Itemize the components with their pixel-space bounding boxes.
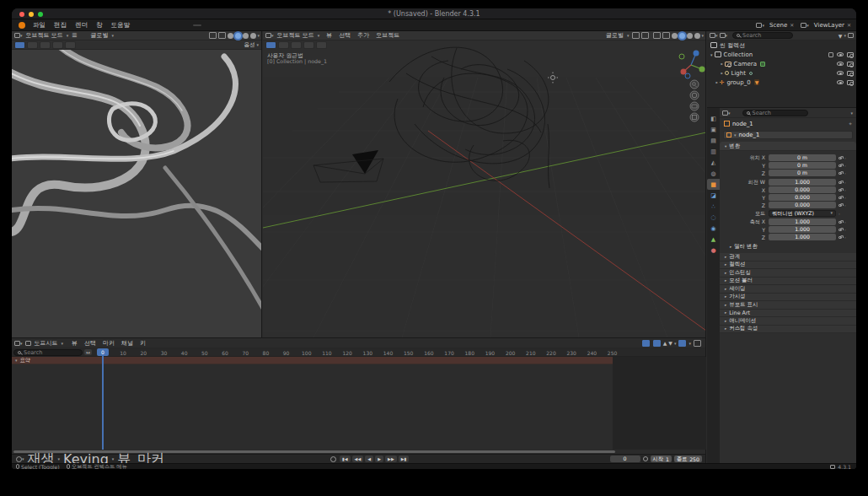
blender-logo-icon[interactable] bbox=[19, 22, 25, 29]
select-circle-tool-button[interactable] bbox=[291, 41, 302, 49]
animate-dot-icon[interactable]: · bbox=[844, 170, 846, 176]
editor-type-icon[interactable] bbox=[710, 33, 715, 38]
close-window-button[interactable] bbox=[19, 12, 24, 17]
menu-item[interactable]: 도움말 bbox=[107, 21, 135, 30]
section-header[interactable]: ▸ 인스턴싱 bbox=[720, 269, 856, 278]
expand-icon[interactable]: ▾ bbox=[719, 62, 724, 65]
shading-wireframe-icon[interactable] bbox=[228, 33, 233, 39]
shading-wireframe-icon[interactable] bbox=[672, 33, 678, 39]
play-button[interactable]: ▶ bbox=[375, 456, 383, 462]
section-header[interactable]: ▸ Line Art bbox=[720, 310, 856, 318]
location-x-field[interactable]: 0 m bbox=[769, 154, 836, 161]
options-dropdown[interactable]: 옵션 bbox=[244, 41, 255, 49]
remove-view-layer-icon[interactable]: ✕ bbox=[847, 22, 851, 28]
shading-solid-icon[interactable] bbox=[235, 33, 241, 39]
play-reverse-button[interactable]: ◀ bbox=[365, 456, 373, 462]
hide-eye-icon[interactable] bbox=[837, 52, 844, 57]
workspace-tab[interactable] bbox=[137, 24, 146, 26]
tab-physics[interactable]: ◌ bbox=[707, 212, 720, 223]
rotation-x-field[interactable]: 0.000 bbox=[769, 186, 836, 193]
lock-icon[interactable] bbox=[839, 229, 842, 231]
mode-dropdown[interactable]: 오브젝트 모드 bbox=[23, 31, 67, 40]
new-collection-icon[interactable] bbox=[848, 33, 854, 38]
menu-item[interactable]: 선택 bbox=[81, 339, 99, 348]
shading-material-icon[interactable] bbox=[687, 33, 693, 39]
current-frame-field[interactable]: 0 bbox=[610, 456, 640, 462]
section-header[interactable]: ▸ 뷰포트 표시 bbox=[720, 301, 856, 310]
collapsed-menus-icon[interactable]: ☰ bbox=[68, 32, 80, 39]
expand-icon[interactable]: ▾ bbox=[719, 72, 724, 74]
tab-material[interactable]: ● bbox=[707, 245, 720, 256]
location-z-field[interactable]: 0 m bbox=[769, 170, 836, 176]
disable-render-icon[interactable] bbox=[847, 62, 854, 67]
outliner-row-camera[interactable]: ▾ Camera bbox=[707, 59, 856, 68]
breadcrumb-object-name[interactable]: node_1 bbox=[732, 121, 753, 127]
rotation-y-field[interactable]: 0.000 bbox=[769, 194, 836, 201]
animate-dot-icon[interactable]: · bbox=[844, 202, 846, 208]
editor-type-icon[interactable] bbox=[14, 33, 20, 38]
animate-dot-icon[interactable]: · bbox=[844, 227, 846, 233]
auto-keying-record-icon[interactable] bbox=[330, 456, 336, 462]
keying-set-icon[interactable] bbox=[643, 456, 648, 461]
hide-eye-icon[interactable] bbox=[837, 62, 844, 66]
scale-y-field[interactable]: 1.000 bbox=[769, 226, 836, 233]
disable-render-icon[interactable] bbox=[847, 52, 854, 57]
pin-icon[interactable]: ⌖ bbox=[849, 121, 852, 127]
section-header[interactable]: ▸ 셰이딩 bbox=[720, 285, 856, 294]
scale-x-field[interactable]: 1.000 bbox=[769, 218, 836, 225]
disable-render-icon[interactable] bbox=[847, 80, 854, 85]
tab-modifiers[interactable]: ◪ bbox=[707, 190, 720, 201]
select-tool-button[interactable] bbox=[14, 41, 25, 49]
select-lasso-tool-button[interactable] bbox=[303, 41, 314, 49]
chevron-down-icon[interactable]: ▾ bbox=[15, 358, 18, 363]
tab-render[interactable]: ▣ bbox=[707, 124, 720, 135]
animate-dot-icon[interactable]: · bbox=[844, 219, 846, 225]
transform-orientation-dropdown[interactable]: 글로벌 bbox=[603, 31, 627, 40]
workspace-tab[interactable] bbox=[147, 24, 155, 26]
only-errors-icon[interactable]: ▲ bbox=[663, 340, 667, 346]
channel-search-input[interactable]: Search bbox=[13, 349, 83, 356]
disable-render-icon[interactable] bbox=[847, 71, 854, 76]
lock-icon[interactable] bbox=[839, 164, 842, 167]
3d-viewport-left[interactable]: ▾ 오브젝트 모드 ▾ ☰ 글로벌 ▾ ▾ 옵션 ▾ bbox=[12, 31, 262, 337]
menu-item[interactable]: 키 bbox=[137, 339, 149, 348]
tab-object-data[interactable]: ▲ bbox=[707, 234, 720, 245]
menu-item[interactable]: 마커 bbox=[99, 339, 118, 348]
scene-selector[interactable]: Scene bbox=[769, 22, 787, 29]
workspace-tab[interactable] bbox=[184, 24, 192, 26]
properties-search-input[interactable]: Search bbox=[742, 110, 808, 116]
hide-eye-icon[interactable] bbox=[837, 80, 844, 84]
playhead-frame-badge[interactable]: 0 bbox=[97, 348, 109, 356]
workspace-tab[interactable] bbox=[202, 24, 211, 26]
workspace-tab[interactable] bbox=[212, 24, 220, 26]
hide-eye-icon[interactable] bbox=[837, 71, 844, 75]
mode-dropdown[interactable]: 오브젝트 모드 bbox=[274, 31, 318, 40]
lock-icon[interactable] bbox=[839, 221, 842, 224]
section-header[interactable]: ▸ 커스텀 속성 bbox=[720, 326, 856, 334]
shading-solid-icon[interactable] bbox=[679, 33, 685, 39]
chevron-down-icon[interactable]: ▾ bbox=[762, 23, 764, 28]
snap-magnet-icon[interactable] bbox=[632, 32, 640, 39]
animate-dot-icon[interactable]: · bbox=[844, 187, 846, 193]
animate-dot-icon[interactable]: · bbox=[839, 211, 840, 217]
menu-item[interactable]: 오브젝트 bbox=[372, 31, 403, 40]
display-mode-icon[interactable] bbox=[720, 33, 726, 38]
frame-end-field[interactable]: 종료250 bbox=[674, 456, 702, 462]
workspace-tab[interactable] bbox=[230, 24, 238, 26]
show-gizmo-icon[interactable] bbox=[209, 32, 217, 39]
outliner-row-collection[interactable]: ▾ Collection bbox=[707, 50, 856, 59]
expand-icon[interactable]: ▾ bbox=[714, 81, 719, 84]
shading-material-icon[interactable] bbox=[243, 33, 249, 39]
select-box-tool-button[interactable] bbox=[278, 41, 289, 49]
jump-to-start-button[interactable]: ▮◀ bbox=[340, 456, 351, 462]
lock-icon[interactable] bbox=[839, 204, 842, 207]
show-gizmo-icon[interactable] bbox=[653, 32, 661, 39]
lock-icon[interactable] bbox=[839, 197, 842, 199]
animate-dot-icon[interactable]: · bbox=[844, 155, 846, 161]
menu-item[interactable]: 렌더 bbox=[71, 21, 92, 30]
chevron-down-icon[interactable]: ▾ bbox=[850, 111, 853, 116]
menu-item[interactable]: 뷰 bbox=[68, 339, 81, 348]
rotation-mode-dropdown[interactable]: 쿼터니언 (WXYZ) ▾ bbox=[769, 210, 836, 217]
show-overlays-icon[interactable] bbox=[218, 32, 226, 39]
workspace-tab[interactable] bbox=[221, 24, 229, 26]
